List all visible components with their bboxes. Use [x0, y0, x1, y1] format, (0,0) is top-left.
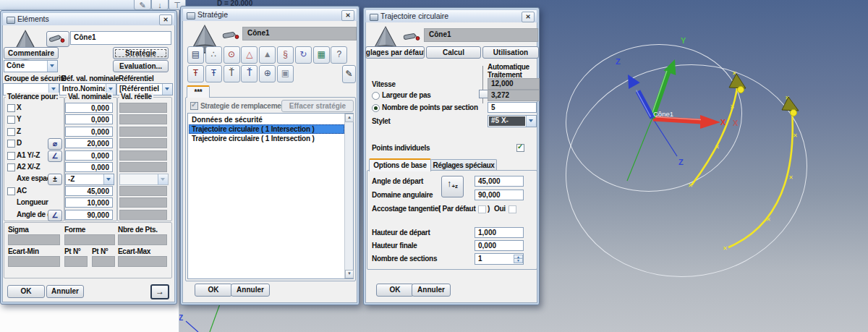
strategy-tool-button[interactable]: ∴ [205, 46, 222, 64]
row-icon-button[interactable]: ∠ [48, 150, 62, 162]
commentaire-button[interactable]: Commentaire [4, 47, 59, 59]
annuler-button[interactable]: Annuler [412, 284, 451, 297]
close-icon[interactable]: ✕ [159, 14, 172, 25]
close-icon[interactable]: ✕ [522, 12, 535, 22]
feature-name-input[interactable]: Cône1 [70, 31, 171, 45]
clear-strategy-button[interactable]: Effacer stratégie [281, 100, 354, 112]
points-individuels-checkbox[interactable] [516, 144, 524, 152]
x-checkbox[interactable] [7, 104, 15, 112]
a1-y-z-checkbox[interactable] [7, 152, 15, 160]
spinner-down-icon[interactable]: ▼ [514, 258, 523, 263]
strategy-list-item[interactable]: Données de sécurité [189, 115, 344, 124]
oui-checkbox[interactable] [509, 205, 516, 213]
pt-min-label: Pt N° [64, 247, 81, 255]
largeur-de-pas-label: Largeur de pas [382, 91, 431, 99]
strategy-list[interactable]: Données de sécuritéTrajectoire circulair… [187, 113, 354, 279]
list-scrollbar[interactable]: ▲ ▼ [344, 114, 353, 278]
strategy-tool-button[interactable]: Ŧ [205, 65, 222, 82]
largeur-de-pas-radio[interactable] [372, 92, 380, 100]
height-limit-red-icon: Ŧ [193, 68, 198, 78]
surface-patch-icon: ▦ [317, 49, 325, 59]
strategie-titlebar[interactable]: Stratégie ✕ [182, 8, 357, 21]
toolbar-button[interactable]: ↓ [151, 0, 169, 10]
strategy-tool-button[interactable]: Ť [224, 65, 240, 82]
toolbar-button[interactable]: ✎ [134, 0, 151, 10]
ok-button[interactable]: OK [376, 284, 414, 297]
plus-z-direction-button[interactable]: ↑+z [441, 176, 464, 197]
sections-spinner[interactable]: ▲ ▼ [514, 255, 522, 263]
strategy-tool-button[interactable]: Ť [241, 65, 258, 82]
annuler-button[interactable]: Annuler [231, 284, 270, 297]
nombre-points-radio[interactable] [372, 104, 380, 112]
strategy-tool-button[interactable]: § [277, 46, 294, 64]
nominal-value-input[interactable]: 10,000 [65, 197, 113, 208]
nominal-value-input[interactable]: 0,000 [65, 150, 113, 161]
ok-button[interactable]: OK [195, 284, 232, 297]
stylet-select[interactable]: #5 X- [488, 115, 537, 127]
strategy-tool-button[interactable]: ⊕ [259, 65, 276, 82]
z-checkbox[interactable] [7, 128, 15, 136]
strategy-tool-button[interactable]: Ŧ [187, 65, 204, 82]
nominal-value-input[interactable]: 0,000 [65, 103, 113, 113]
trajectoire-titlebar[interactable]: Trajectoire circulaire ✕ [365, 9, 537, 22]
ac-checkbox[interactable] [7, 187, 15, 195]
y-checkbox[interactable] [7, 116, 15, 124]
feature-type-select[interactable]: Cône [4, 60, 58, 72]
ok-button[interactable]: OK [7, 285, 45, 298]
defaults-button[interactable]: Réglages par défaut [365, 46, 425, 59]
annuler-button[interactable]: Annuler [46, 285, 84, 298]
paren-label: ) [488, 205, 490, 213]
replace-strategy-label: Strategie de remplacement [200, 102, 287, 110]
nominal-value-input[interactable]: 0,000 [65, 114, 113, 124]
scroll-down-icon[interactable]: ▼ [345, 270, 354, 278]
domaine-angulaire-input[interactable]: 90,000 [475, 190, 524, 200]
nombre-sections-input[interactable]: 1 ▲ ▼ [475, 253, 524, 265]
strategy-list-item[interactable]: Trajectoire circulaire ( 1 Intersection … [189, 124, 344, 134]
utilisation-button[interactable]: Utilisation [482, 46, 539, 59]
strategy-list-item[interactable]: Trajectoire circulaire ( 1 Intersection … [189, 134, 344, 143]
nominal-value-input[interactable]: 45,000 [65, 186, 113, 196]
row-icon-button[interactable]: ⌀ [48, 138, 62, 150]
strategy-tool-button[interactable]: ⊙ [224, 46, 240, 64]
next-element-button[interactable]: → [150, 284, 169, 299]
par-defaut-checkbox[interactable] [478, 205, 486, 213]
nominal-value-input[interactable]: 90,000 [65, 210, 113, 220]
scroll-up-icon[interactable]: ▲ [345, 114, 354, 122]
evaluation-button[interactable]: Evaluation... [113, 60, 169, 72]
nombre-points-input[interactable]: 5 [488, 102, 537, 113]
d-checkbox[interactable] [7, 140, 15, 148]
tab-strategy-page[interactable]: *** [187, 85, 210, 98]
strategy-tool-button[interactable]: ▦ [313, 46, 330, 64]
hauteur-finale-input[interactable]: 0,000 [475, 240, 524, 251]
strategy-tool-button[interactable]: ↻ [295, 46, 312, 64]
circle-path-icon: ⊙ [228, 49, 235, 59]
close-icon[interactable]: ✕ [341, 10, 354, 21]
a2-x-z-checkbox[interactable] [7, 163, 15, 171]
plus-minus-button[interactable]: ± [48, 174, 62, 185]
tab-options-de-base[interactable]: Options de base [369, 158, 431, 171]
real-value-select[interactable] [119, 174, 169, 185]
edit-strategy-button[interactable]: ✎ [342, 65, 356, 83]
elements-titlebar[interactable]: Eléments ✕ [2, 12, 175, 25]
ecart-min-value-field [8, 256, 60, 267]
tab-reglages-speciaux[interactable]: Réglages spéciaux [430, 159, 497, 171]
chevron-down-icon [50, 64, 54, 67]
calcul-button[interactable]: Calcul [426, 46, 481, 59]
probe-button[interactable] [46, 31, 69, 47]
hauteur-depart-input[interactable]: 1,000 [475, 227, 524, 238]
nominal-value-input[interactable]: 20,000 [65, 138, 113, 148]
strategy-tool-button[interactable]: △ [241, 46, 258, 64]
hauteur-finale-label: Hauteur finale [372, 242, 417, 250]
nominal-value-input[interactable]: 0,000 [65, 127, 113, 137]
nominal-value-input[interactable]: 0,000 [65, 162, 113, 172]
strategie-button[interactable]: Stratégie [113, 47, 169, 59]
axe-espace-select[interactable]: -Z [65, 174, 114, 185]
row-icon-button[interactable]: ∠ [48, 210, 62, 221]
replace-strategy-checkbox[interactable] [190, 102, 198, 110]
strategy-tool-button[interactable]: ▣ [277, 65, 294, 82]
strategy-tool-button[interactable]: ▲ [259, 46, 276, 64]
tolerance-label: X [17, 103, 21, 111]
angle-depart-input[interactable]: 45,000 [475, 176, 524, 187]
strategy-tool-button[interactable]: ▤ [187, 46, 204, 64]
strategy-tool-button[interactable]: ? [331, 46, 347, 64]
